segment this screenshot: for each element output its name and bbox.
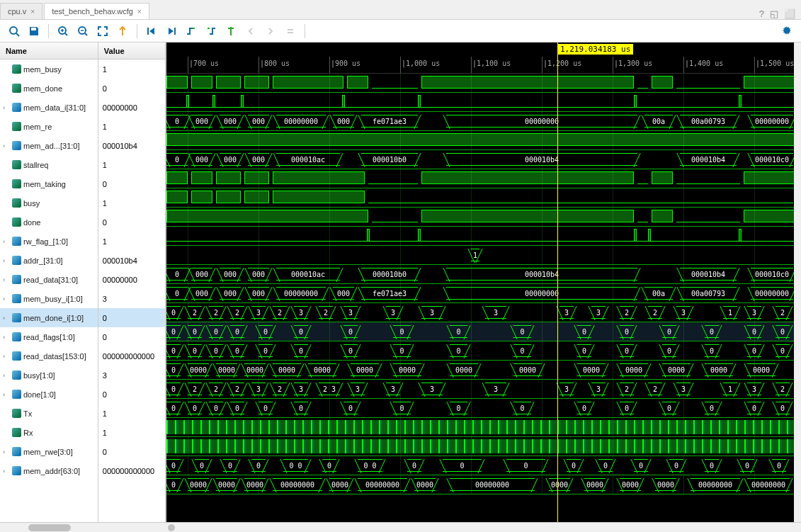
last-icon[interactable] <box>163 23 180 40</box>
wave-row[interactable] <box>166 208 801 227</box>
signal-value[interactable]: 000000000000 <box>98 346 165 366</box>
tab-wcfg[interactable]: test_bench_behav.wcfg × <box>44 3 149 19</box>
wave-row[interactable]: 000000000000000000000fe071ae30000000000a… <box>166 284 801 303</box>
signal-value[interactable]: 0 <box>98 213 165 232</box>
signal-value[interactable]: 000010b4 <box>98 136 165 155</box>
signal-value[interactable]: 3 <box>98 289 165 308</box>
close-icon[interactable]: × <box>137 8 142 16</box>
vertical-scrollbar[interactable] <box>794 43 801 522</box>
wave-row[interactable] <box>166 227 801 246</box>
scroll-thumb[interactable] <box>28 524 71 531</box>
name-header[interactable]: Name <box>0 43 98 60</box>
scrollbar-right[interactable] <box>166 523 801 532</box>
first-icon[interactable] <box>143 23 160 40</box>
signal-value[interactable]: 0 <box>98 79 165 98</box>
wave-row[interactable] <box>166 437 801 456</box>
gear-icon[interactable] <box>778 23 795 40</box>
wave-row[interactable] <box>166 418 801 437</box>
signal-row[interactable]: ›mem_ad...[31:0] <box>0 136 98 155</box>
zoom-fit-icon[interactable] <box>94 23 111 40</box>
main-area: Name mem_busymem_done›mem_data_i[31:0]me… <box>0 43 801 522</box>
scroll-thumb[interactable] <box>168 524 175 531</box>
prev-edge-icon[interactable] <box>183 23 200 40</box>
signal-value[interactable]: 0 <box>98 385 165 404</box>
wave-row[interactable]: 02223232 3333333223132 <box>166 380 801 399</box>
value-header[interactable]: Value <box>98 43 165 60</box>
wave-row[interactable] <box>166 74 801 93</box>
wave-row[interactable]: 0000000000000000 <box>166 399 801 418</box>
signal-row[interactable]: mem_done <box>0 79 98 98</box>
close-icon[interactable]: × <box>30 8 35 16</box>
signal-row[interactable]: stallreq <box>0 155 98 174</box>
next-edge-icon[interactable] <box>203 23 220 40</box>
wave-row[interactable]: 02223232333333223132 <box>166 303 801 322</box>
signal-value[interactable]: 00000000 <box>98 98 165 117</box>
time-ruler[interactable]: |700 us|800 us|900 us|1,000 us|1,100 us|… <box>166 57 801 74</box>
signal-value[interactable]: 1 <box>98 404 165 423</box>
signal-value[interactable]: 1 <box>98 155 165 174</box>
signal-value[interactable]: 000000000000 <box>98 461 165 480</box>
help-icon[interactable]: ? <box>759 9 764 19</box>
signal-value[interactable]: 3 <box>98 366 165 385</box>
signal-row[interactable]: ›mem_rwe[3:0] <box>0 442 98 461</box>
wave-row[interactable]: 0000000000000010ac000010b0000010b4000010… <box>166 265 801 284</box>
restore-icon[interactable]: ◱ <box>770 9 778 19</box>
signal-value[interactable]: 0 <box>98 308 165 327</box>
signal-value[interactable]: 0 <box>98 174 165 193</box>
zoom-in-icon[interactable] <box>55 23 72 40</box>
wave-row[interactable]: 0000000000000000 <box>166 322 801 341</box>
signal-row[interactable]: ›read_flags[1:0] <box>0 327 98 346</box>
signal-value[interactable]: 000010b4 <box>98 251 165 270</box>
signal-row[interactable]: mem_taking <box>0 174 98 193</box>
cursor-line[interactable] <box>557 43 558 522</box>
goto-cursor-icon[interactable] <box>114 23 131 40</box>
signal-row[interactable]: ›mem_busy_i[1:0] <box>0 289 98 308</box>
signal-row[interactable]: mem_busy <box>0 60 98 79</box>
maximize-icon[interactable]: ⬜ <box>784 9 795 19</box>
wave-row[interactable]: 000000000000000000000fe071ae30000000000a… <box>166 112 801 131</box>
signal-value[interactable]: 0 <box>98 327 165 346</box>
signal-value[interactable]: 1 <box>98 232 165 251</box>
wave-row[interactable]: 0000000000000000000000000000000000000000… <box>166 361 801 380</box>
save-icon[interactable] <box>25 23 42 40</box>
signal-row[interactable]: ›busy[1:0] <box>0 366 98 385</box>
cursor-time-label[interactable]: 1,219.034183 us <box>557 44 633 55</box>
zoom-out-icon[interactable] <box>74 23 91 40</box>
waveform-area[interactable]: 1,219.034183 us |700 us|800 us|900 us|1,… <box>166 43 801 522</box>
search-icon[interactable] <box>6 23 23 40</box>
signal-row[interactable]: Tx <box>0 404 98 423</box>
wave-row[interactable] <box>166 169 801 188</box>
prev-marker-icon[interactable] <box>242 23 259 40</box>
wave-row[interactable]: 0000000000000010ac000010b0000010b4000010… <box>166 150 801 169</box>
wave-row[interactable]: 0000000000000000000000000000000000000000… <box>166 475 801 494</box>
wave-row[interactable]: 00000 000 00000000000 <box>166 456 801 475</box>
next-marker-icon[interactable] <box>262 23 279 40</box>
signal-row[interactable]: Rx <box>0 423 98 442</box>
wave-row[interactable] <box>166 131 801 150</box>
signal-row[interactable]: ›addr_[31:0] <box>0 251 98 270</box>
signal-row[interactable]: ›read_data[31:0] <box>0 270 98 289</box>
signal-row[interactable]: ›mem_data_i[31:0] <box>0 98 98 117</box>
signal-row[interactable]: ›done[1:0] <box>0 385 98 404</box>
signal-value[interactable]: 1 <box>98 193 165 213</box>
add-marker-icon[interactable] <box>222 23 239 40</box>
signal-row[interactable]: mem_re <box>0 117 98 136</box>
signal-row[interactable]: ›rw_flag_[1:0] <box>0 232 98 251</box>
signal-row[interactable]: ›mem_done_i[1:0] <box>0 308 98 327</box>
signal-value[interactable]: 0 <box>98 442 165 461</box>
signal-row[interactable]: busy <box>0 193 98 213</box>
signal-value[interactable]: 1 <box>98 60 165 79</box>
signal-value[interactable]: 00000000 <box>98 270 165 289</box>
scrollbar-left[interactable] <box>0 523 166 532</box>
wave-row[interactable]: 1 <box>166 246 801 265</box>
tab-cpu-v[interactable]: cpu.v × <box>0 3 42 19</box>
signal-value[interactable]: 1 <box>98 117 165 136</box>
swap-icon[interactable] <box>282 23 299 40</box>
wave-row[interactable] <box>166 188 801 208</box>
signal-row[interactable]: ›mem_addr[63:0] <box>0 461 98 480</box>
signal-value[interactable]: 1 <box>98 423 165 442</box>
signal-row[interactable]: done <box>0 213 98 232</box>
wave-row[interactable] <box>166 93 801 112</box>
wave-row[interactable]: 0000000000000000 <box>166 341 801 361</box>
signal-row[interactable]: ›read_datas[153:0] <box>0 346 98 366</box>
